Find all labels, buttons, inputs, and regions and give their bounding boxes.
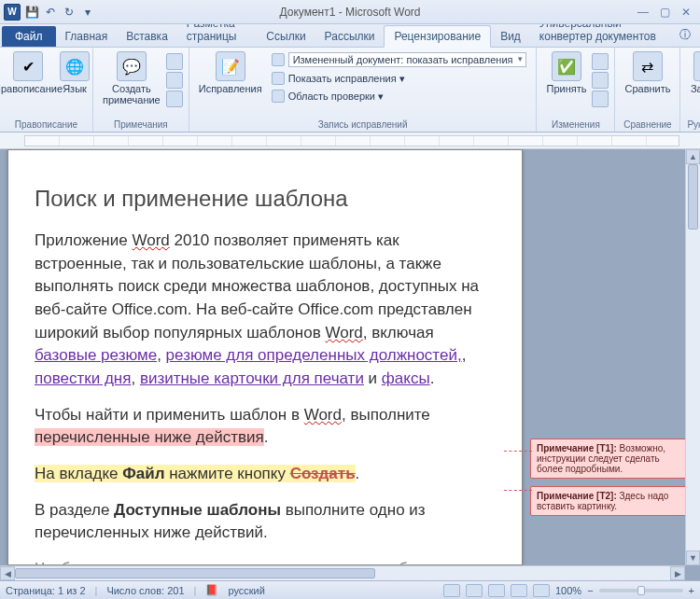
accept-icon: ✅ [552,51,581,81]
doc-paragraph-5: Чтобы воспользоваться одним из встроенны… [35,558,496,565]
comment-connector-2 [504,490,532,491]
abc-check-icon: ✔ [13,51,43,81]
hscroll-thumb[interactable] [15,568,375,578]
link-faxes[interactable]: факсы [382,369,430,387]
doc-paragraph-4: В разделе Доступные шаблоны выполните од… [35,499,496,545]
globe-icon: 🌐 [60,51,90,81]
lock-icon: 🔒 [693,51,700,81]
scroll-right-icon[interactable]: ▶ [670,566,685,580]
group-changes: ✅ Принять Изменения [537,48,615,132]
track-icon: 📝 [216,51,245,81]
link-job-resume[interactable]: резюме для определенных должностей, [166,346,462,364]
group-compare: ⇄ Сравнить Сравнение [615,48,680,132]
fullscreen-view-icon[interactable] [466,584,483,597]
status-bar: Страница: 1 из 2 | Число слов: 201 | 📕 р… [0,580,700,599]
word-app-icon: W [4,4,21,21]
display-for-review-combo[interactable]: Измененный документ: показать исправлени… [268,51,531,68]
comment-connector-1 [504,451,532,452]
status-language[interactable]: русский [228,585,264,596]
tab-mailings[interactable]: Рассылки [315,26,385,47]
undo-icon[interactable]: ↶ [43,5,58,20]
markup-icon [272,72,285,85]
window-title: Документ1 - Microsoft Word [0,6,700,19]
group-protect: 🔒 Защита Рукопис... [680,48,700,132]
horizontal-ruler[interactable] [0,132,700,149]
scroll-up-icon[interactable]: ▲ [686,149,700,164]
proofing-status-icon[interactable]: 📕 [205,584,218,596]
save-icon[interactable]: 💾 [24,5,39,20]
draft-view-icon[interactable] [533,584,550,597]
minimize-icon[interactable]: — [637,6,649,19]
protect-button[interactable]: 🔒 Защита [686,49,700,96]
link-basic-resume[interactable]: базовые резюме [35,346,157,364]
comment-balloon-2[interactable]: Примечание [T2]: Здесь надо вставить кар… [530,486,691,516]
language-button[interactable]: 🌐 Язык [52,49,97,96]
ribbon-tabs: Файл Главная Вставка Разметка страницы С… [0,24,700,47]
doc-paragraph-2: Чтобы найти и применить шаблон в Word, в… [35,404,496,450]
quick-access-toolbar: 💾 ↶ ↻ ▾ [24,5,95,20]
pane-icon [272,90,285,103]
tab-review[interactable]: Рецензирование [384,25,491,48]
vscroll-thumb[interactable] [688,164,698,230]
track-changes-button[interactable]: 📝 Исправления [195,49,266,96]
redo-icon[interactable]: ↻ [62,5,77,20]
prev-comment-icon[interactable] [166,72,183,89]
comment-balloons: Примечание [T1]: Возможно, инструкции сл… [530,439,691,516]
next-change-icon[interactable] [592,91,609,107]
link-business-cards[interactable]: визитные карточки для печати [140,369,364,387]
compare-icon: ⇄ [633,51,663,81]
web-layout-view-icon[interactable] [488,584,505,597]
ribbon: ✔ Правописание 🌐 Язык Правописание 💬 Соз… [0,47,700,132]
maximize-icon[interactable]: ▢ [660,6,670,19]
doc-paragraph-1: Приложение Word 2010 позволяет применять… [35,230,496,390]
comment-icon: 💬 [117,51,147,81]
zoom-slider[interactable] [599,589,683,592]
group-tracking: 📝 Исправления Измененный документ: показ… [189,48,538,132]
document-page[interactable]: Поиск и применение шаблона Приложение Wo… [7,149,523,565]
tab-view[interactable]: Вид [491,26,530,47]
document-workspace: Поиск и применение шаблона Приложение Wo… [0,149,700,580]
spelling-button[interactable]: ✔ Правописание [6,49,50,96]
reviewing-pane-button[interactable]: Область проверки ▾ [268,89,531,104]
outline-view-icon[interactable] [511,584,527,597]
close-icon[interactable]: ✕ [681,6,691,19]
status-word-count[interactable]: Число слов: 201 [106,585,184,596]
vertical-scrollbar[interactable]: ▲ ▼ [685,149,700,565]
tab-home[interactable]: Главная [56,26,118,47]
scroll-down-icon[interactable]: ▼ [686,550,700,565]
doc-icon [272,53,285,66]
doc-heading: Поиск и применение шаблона [35,184,496,213]
show-markup-button[interactable]: Показать исправления ▾ [268,71,531,86]
group-proofing: ✔ Правописание 🌐 Язык Правописание [0,48,93,132]
zoom-level[interactable]: 100% [555,585,581,596]
print-layout-view-icon[interactable] [443,584,460,597]
zoom-in-icon[interactable]: + [689,585,694,596]
scroll-left-icon[interactable]: ◀ [0,566,15,580]
accept-button[interactable]: ✅ Принять [542,49,590,96]
title-bar: W 💾 ↶ ↻ ▾ Документ1 - Microsoft Word — ▢… [0,0,700,24]
reject-icon[interactable] [592,53,609,70]
doc-paragraph-3: На вкладке Файл нажмите кнопку Создать. [35,463,496,486]
tab-insert[interactable]: Вставка [117,26,177,47]
status-page[interactable]: Страница: 1 из 2 [6,585,86,596]
tab-file[interactable]: Файл [2,26,56,47]
zoom-out-icon[interactable]: − [587,585,593,596]
tab-references[interactable]: Ссылки [257,26,315,47]
link-agendas[interactable]: повестки дня [35,369,131,387]
comment-balloon-1[interactable]: Примечание [T1]: Возможно, инструкции сл… [530,439,691,479]
group-comments: 💬 Создать примечание Примечания [93,48,189,132]
prev-change-icon[interactable] [592,72,609,89]
compare-button[interactable]: ⇄ Сравнить [621,49,674,96]
help-icon[interactable]: ⓘ [670,23,700,47]
horizontal-scrollbar[interactable]: ◀ ▶ [0,565,685,580]
next-comment-icon[interactable] [166,91,183,107]
new-comment-button[interactable]: 💬 Создать примечание [99,49,164,107]
qat-menu-icon[interactable]: ▾ [80,5,95,20]
delete-comment-icon[interactable] [166,53,183,70]
